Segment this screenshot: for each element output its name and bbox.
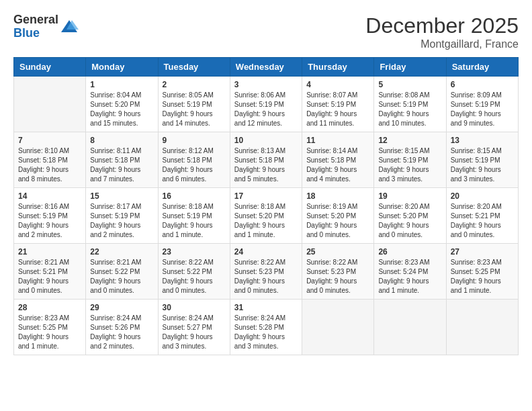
day-info: Sunrise: 8:21 AMSunset: 5:21 PMDaylight:… (18, 258, 81, 295)
calendar-cell: 7Sunrise: 8:10 AMSunset: 5:18 PMDaylight… (14, 132, 86, 188)
day-info: Sunrise: 8:17 AMSunset: 5:19 PMDaylight:… (90, 202, 153, 240)
weekday-header-row: SundayMondayTuesdayWednesdayThursdayFrid… (14, 58, 519, 77)
day-number: 20 (451, 191, 514, 201)
day-number: 13 (451, 136, 514, 145)
day-number: 25 (306, 247, 369, 257)
day-number: 9 (163, 136, 226, 145)
day-number: 12 (378, 136, 441, 145)
day-number: 16 (163, 191, 226, 201)
day-info: Sunrise: 8:23 AMSunset: 5:25 PMDaylight:… (451, 258, 514, 295)
calendar-cell: 19Sunrise: 8:20 AMSunset: 5:20 PMDayligh… (374, 188, 446, 244)
calendar-cell: 15Sunrise: 8:17 AMSunset: 5:19 PMDayligh… (86, 188, 158, 244)
day-info: Sunrise: 8:16 AMSunset: 5:19 PMDaylight:… (18, 202, 81, 240)
day-info: Sunrise: 8:13 AMSunset: 5:18 PMDaylight:… (234, 146, 298, 184)
calendar-cell: 1Sunrise: 8:04 AMSunset: 5:20 PMDaylight… (86, 77, 158, 132)
day-info: Sunrise: 8:09 AMSunset: 5:19 PMDaylight:… (451, 91, 514, 128)
calendar-cell: 25Sunrise: 8:22 AMSunset: 5:23 PMDayligh… (302, 244, 374, 300)
calendar-cell: 3Sunrise: 8:06 AMSunset: 5:19 PMDaylight… (230, 77, 302, 132)
calendar-cell: 27Sunrise: 8:23 AMSunset: 5:25 PMDayligh… (446, 244, 518, 300)
calendar-cell (374, 300, 446, 355)
calendar-cell: 4Sunrise: 8:07 AMSunset: 5:19 PMDaylight… (302, 77, 374, 132)
location-subtitle: Montgaillard, France (365, 38, 519, 50)
weekday-header-tuesday: Tuesday (158, 58, 230, 77)
day-info: Sunrise: 8:12 AMSunset: 5:18 PMDaylight:… (163, 146, 226, 184)
weekday-header-monday: Monday (86, 58, 158, 77)
day-number: 7 (18, 136, 81, 145)
day-info: Sunrise: 8:23 AMSunset: 5:25 PMDaylight:… (18, 314, 81, 351)
calendar-week-row: 1Sunrise: 8:04 AMSunset: 5:20 PMDaylight… (14, 77, 519, 132)
calendar-cell: 31Sunrise: 8:24 AMSunset: 5:28 PMDayligh… (230, 300, 302, 355)
day-info: Sunrise: 8:18 AMSunset: 5:20 PMDaylight:… (234, 202, 298, 240)
calendar-cell: 2Sunrise: 8:05 AMSunset: 5:19 PMDaylight… (158, 77, 230, 132)
day-number: 8 (90, 136, 153, 145)
calendar-cell: 30Sunrise: 8:24 AMSunset: 5:27 PMDayligh… (158, 300, 230, 355)
calendar-cell: 10Sunrise: 8:13 AMSunset: 5:18 PMDayligh… (230, 132, 302, 188)
day-number: 4 (306, 80, 369, 89)
calendar-cell: 12Sunrise: 8:15 AMSunset: 5:19 PMDayligh… (374, 132, 446, 188)
calendar-cell: 23Sunrise: 8:22 AMSunset: 5:22 PMDayligh… (158, 244, 230, 300)
day-info: Sunrise: 8:04 AMSunset: 5:20 PMDaylight:… (90, 91, 153, 128)
calendar-cell: 22Sunrise: 8:21 AMSunset: 5:22 PMDayligh… (86, 244, 158, 300)
day-info: Sunrise: 8:20 AMSunset: 5:21 PMDaylight:… (451, 202, 514, 240)
day-number: 22 (90, 247, 153, 257)
page-header: General Blue December 2025 Montgaillard,… (13, 13, 519, 50)
calendar-cell: 6Sunrise: 8:09 AMSunset: 5:19 PMDaylight… (446, 77, 518, 132)
calendar-cell: 29Sunrise: 8:24 AMSunset: 5:26 PMDayligh… (86, 300, 158, 355)
day-number: 1 (90, 80, 153, 89)
day-number: 18 (306, 191, 369, 201)
day-info: Sunrise: 8:07 AMSunset: 5:19 PMDaylight:… (306, 91, 369, 128)
day-info: Sunrise: 8:10 AMSunset: 5:18 PMDaylight:… (18, 146, 81, 184)
calendar-cell: 16Sunrise: 8:18 AMSunset: 5:19 PMDayligh… (158, 188, 230, 244)
day-info: Sunrise: 8:14 AMSunset: 5:18 PMDaylight:… (306, 146, 369, 184)
calendar-cell: 11Sunrise: 8:14 AMSunset: 5:18 PMDayligh… (302, 132, 374, 188)
day-number: 2 (163, 80, 226, 89)
day-number: 14 (18, 191, 81, 201)
weekday-header-sunday: Sunday (14, 58, 86, 77)
calendar-cell: 24Sunrise: 8:22 AMSunset: 5:23 PMDayligh… (230, 244, 302, 300)
calendar-cell: 14Sunrise: 8:16 AMSunset: 5:19 PMDayligh… (14, 188, 86, 244)
calendar-cell: 17Sunrise: 8:18 AMSunset: 5:20 PMDayligh… (230, 188, 302, 244)
calendar-cell: 21Sunrise: 8:21 AMSunset: 5:21 PMDayligh… (14, 244, 86, 300)
day-number: 28 (18, 303, 81, 312)
day-number: 15 (90, 191, 153, 201)
day-number: 6 (451, 80, 514, 89)
calendar-cell: 20Sunrise: 8:20 AMSunset: 5:21 PMDayligh… (446, 188, 518, 244)
calendar-week-row: 21Sunrise: 8:21 AMSunset: 5:21 PMDayligh… (14, 244, 519, 300)
calendar-week-row: 28Sunrise: 8:23 AMSunset: 5:25 PMDayligh… (14, 300, 519, 355)
weekday-header-thursday: Thursday (302, 58, 374, 77)
calendar-cell (302, 300, 374, 355)
day-info: Sunrise: 8:11 AMSunset: 5:18 PMDaylight:… (90, 146, 153, 184)
logo-blue-text: Blue (13, 27, 58, 40)
logo: General Blue (13, 13, 79, 40)
day-info: Sunrise: 8:05 AMSunset: 5:19 PMDaylight:… (163, 91, 226, 128)
day-info: Sunrise: 8:15 AMSunset: 5:19 PMDaylight:… (451, 146, 514, 184)
day-number: 5 (378, 80, 441, 89)
day-info: Sunrise: 8:24 AMSunset: 5:26 PMDaylight:… (90, 314, 153, 351)
calendar-cell: 13Sunrise: 8:15 AMSunset: 5:19 PMDayligh… (446, 132, 518, 188)
logo-icon (60, 17, 79, 36)
title-section: December 2025 Montgaillard, France (365, 13, 519, 50)
day-number: 3 (234, 80, 298, 89)
day-number: 29 (90, 303, 153, 312)
month-title: December 2025 (365, 13, 519, 38)
day-info: Sunrise: 8:22 AMSunset: 5:23 PMDaylight:… (234, 258, 298, 295)
weekday-header-saturday: Saturday (446, 58, 518, 77)
day-number: 26 (378, 247, 441, 257)
calendar-cell: 8Sunrise: 8:11 AMSunset: 5:18 PMDaylight… (86, 132, 158, 188)
day-info: Sunrise: 8:15 AMSunset: 5:19 PMDaylight:… (378, 146, 441, 184)
logo-general-text: General (13, 13, 58, 27)
day-info: Sunrise: 8:19 AMSunset: 5:20 PMDaylight:… (306, 202, 369, 240)
day-info: Sunrise: 8:06 AMSunset: 5:19 PMDaylight:… (234, 91, 298, 128)
day-info: Sunrise: 8:08 AMSunset: 5:19 PMDaylight:… (378, 91, 441, 128)
day-number: 17 (234, 191, 298, 201)
calendar-cell: 28Sunrise: 8:23 AMSunset: 5:25 PMDayligh… (14, 300, 86, 355)
calendar-week-row: 14Sunrise: 8:16 AMSunset: 5:19 PMDayligh… (14, 188, 519, 244)
calendar-week-row: 7Sunrise: 8:10 AMSunset: 5:18 PMDaylight… (14, 132, 519, 188)
day-number: 21 (18, 247, 81, 257)
calendar-cell: 5Sunrise: 8:08 AMSunset: 5:19 PMDaylight… (374, 77, 446, 132)
day-info: Sunrise: 8:22 AMSunset: 5:22 PMDaylight:… (163, 258, 226, 295)
day-info: Sunrise: 8:22 AMSunset: 5:23 PMDaylight:… (306, 258, 369, 295)
calendar-cell (446, 300, 518, 355)
day-number: 27 (451, 247, 514, 257)
calendar-cell: 26Sunrise: 8:23 AMSunset: 5:24 PMDayligh… (374, 244, 446, 300)
